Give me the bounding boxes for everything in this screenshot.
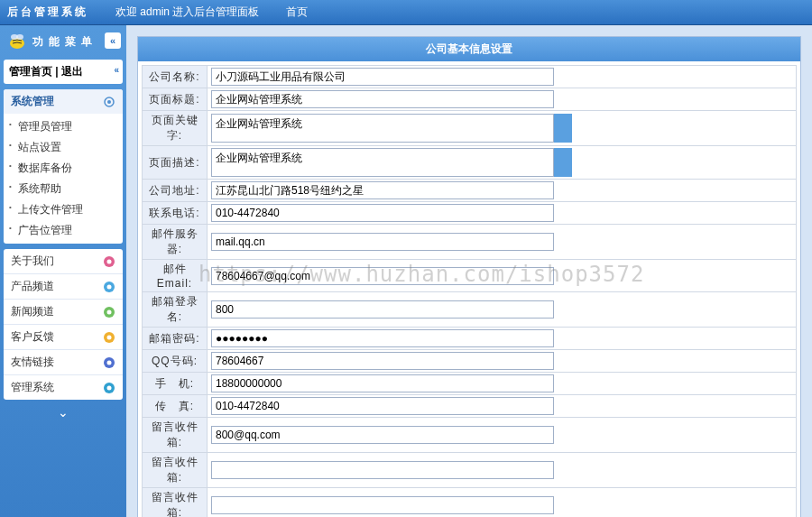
sidebar-item[interactable]: 广告位管理: [4, 220, 123, 241]
sidebar-item[interactable]: 管理员管理: [4, 116, 123, 137]
bee-icon: [5, 30, 29, 53]
sidebar-item[interactable]: 站点设置: [4, 137, 123, 158]
sidebar-item[interactable]: 新闻频道: [4, 300, 123, 325]
field-label: QQ号码:: [143, 350, 208, 373]
field-input[interactable]: [211, 90, 554, 108]
field-input[interactable]: [211, 496, 554, 514]
field-label: 邮箱密码:: [143, 328, 208, 350]
field-input[interactable]: [211, 204, 554, 222]
sidebar-toggle-button[interactable]: «: [105, 32, 121, 49]
svg-point-8: [107, 284, 112, 289]
row-icon: [103, 255, 115, 268]
field-input[interactable]: [211, 148, 554, 177]
menu-rows: 关于我们产品频道新闻频道客户反馈友情链接管理系统: [4, 249, 123, 400]
field-label: 页面关键字:: [143, 111, 208, 146]
gear-icon: [103, 96, 115, 108]
sidebar-item[interactable]: 友情链接: [4, 350, 123, 375]
sidebar-item[interactable]: 上传文件管理: [4, 199, 123, 220]
field-label: 页面描述:: [143, 146, 208, 180]
sidebar-item[interactable]: 系统帮助: [4, 179, 123, 199]
field-input[interactable]: [211, 461, 554, 479]
row-icon: [103, 306, 115, 319]
svg-point-16: [107, 385, 112, 390]
field-input[interactable]: [211, 181, 554, 199]
svg-point-4: [107, 100, 111, 104]
field-input[interactable]: [211, 352, 554, 370]
field-input[interactable]: [211, 397, 554, 415]
sidebar-item[interactable]: 数据库备份: [4, 158, 123, 179]
field-label: 留言收件箱:: [143, 418, 208, 453]
sidebar-item-label: 客户反馈: [11, 329, 54, 345]
panel-title: 公司基本信息设置: [138, 37, 800, 61]
row-icon: [103, 281, 115, 293]
welcome-text: 欢迎 admin 进入后台管理面板: [115, 5, 259, 20]
home-link[interactable]: 首页: [286, 5, 308, 20]
logout-link[interactable]: 退出: [61, 65, 83, 78]
field-input[interactable]: [211, 114, 554, 143]
sidebar-item-label: 友情链接: [11, 355, 54, 370]
field-label: 手 机:: [143, 373, 208, 395]
nav-arrow-icon: «: [114, 65, 119, 75]
menu-group-title[interactable]: 系统管理: [4, 89, 123, 114]
field-input[interactable]: [211, 267, 554, 285]
row-icon: [103, 356, 115, 369]
svg-point-14: [107, 360, 112, 365]
settings-panel: 公司基本信息设置 公司名称:页面标题:页面关键字:页面描述:公司地址:联系电话:…: [137, 36, 801, 517]
admin-home-link[interactable]: 管理首页: [9, 65, 52, 78]
content-area: 公司基本信息设置 公司名称:页面标题:页面关键字:页面描述:公司地址:联系电话:…: [126, 25, 812, 517]
svg-point-10: [107, 309, 112, 314]
field-label: 邮件服务器:: [143, 225, 208, 260]
app-title: 后台管理系统: [7, 5, 88, 20]
sidebar-item[interactable]: 关于我们: [4, 249, 123, 274]
row-icon: [103, 331, 115, 344]
settings-form: 公司名称:页面标题:页面关键字:页面描述:公司地址:联系电话:邮件服务器:邮件E…: [142, 65, 797, 517]
sidebar-item-label: 关于我们: [11, 254, 54, 269]
field-label: 页面标题:: [143, 88, 208, 111]
field-input[interactable]: [211, 68, 554, 86]
field-input[interactable]: [211, 374, 554, 392]
sidebar-item-label: 产品频道: [11, 279, 54, 294]
field-label: 传 真:: [143, 395, 208, 418]
top-header: 后台管理系统 欢迎 admin 进入后台管理面板 首页: [0, 0, 812, 25]
svg-point-12: [107, 335, 112, 339]
sidebar-collapse-icon[interactable]: ⌄: [4, 405, 123, 420]
menu-header: 功能菜单 «: [0, 25, 126, 58]
field-label: 公司地址:: [143, 180, 208, 202]
sidebar-item-label: 新闻频道: [11, 304, 54, 319]
nav-top: 管理首页 | 退出 «: [4, 60, 123, 84]
menu-group-system: 系统管理 管理员管理站点设置数据库备份系统帮助上传文件管理广告位管理: [4, 89, 123, 244]
sidebar-item[interactable]: 产品频道: [4, 274, 123, 300]
svg-point-2: [16, 34, 23, 40]
sidebar-item[interactable]: 客户反馈: [4, 325, 123, 350]
field-label: 留言收件箱:: [143, 453, 208, 488]
sidebar-item[interactable]: 管理系统: [4, 375, 123, 400]
field-input[interactable]: [211, 426, 554, 444]
field-input[interactable]: [211, 300, 554, 319]
sidebar: 功能菜单 « 管理首页 | 退出 « 系统管理 管理员管理站点设置数据库备份系统…: [0, 25, 126, 517]
sidebar-item-label: 管理系统: [11, 380, 54, 395]
menu-title: 功能菜单: [32, 34, 97, 50]
field-label: 联系电话:: [143, 202, 208, 225]
field-label: 公司名称:: [143, 66, 208, 88]
svg-point-6: [107, 259, 112, 263]
row-icon: [103, 382, 115, 394]
field-label: 留言收件箱:: [143, 488, 208, 518]
password-input[interactable]: [211, 329, 554, 347]
field-label: 邮箱登录名:: [143, 292, 208, 328]
field-input[interactable]: [211, 233, 554, 251]
field-label: 邮件Email:: [143, 260, 208, 292]
